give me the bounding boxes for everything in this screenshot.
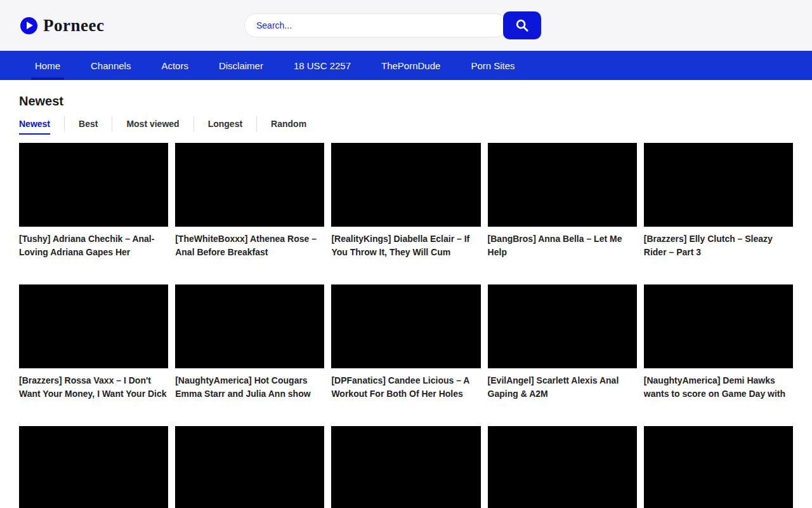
video-grid: [Tushy] Adriana Chechik – Anal-Loving Ad… xyxy=(19,143,793,508)
video-card[interactable]: [RealityKings] Diabella Eclair – If You … xyxy=(331,143,480,259)
video-title[interactable]: [Tushy] Adriana Chechik – Anal-Loving Ad… xyxy=(19,232,168,259)
video-thumbnail[interactable] xyxy=(175,426,324,508)
video-thumbnail[interactable] xyxy=(488,426,637,508)
tab-random-label: Random xyxy=(271,119,306,129)
video-title[interactable]: [BangBros] Anna Bella – Let Me Help xyxy=(488,232,637,259)
nav-item-actors[interactable]: Actors xyxy=(146,51,204,80)
nav-item-theporndude[interactable]: ThePornDude xyxy=(366,51,455,80)
video-title[interactable]: [RealityKings] Diabella Eclair – If You … xyxy=(331,232,480,259)
video-card[interactable]: [DPFanatics] Candee Licious – A Workout … xyxy=(331,284,480,401)
nav-item-porn-sites[interactable]: Porn Sites xyxy=(455,51,530,80)
search-input[interactable] xyxy=(244,13,508,37)
video-thumbnail[interactable] xyxy=(19,426,168,508)
video-thumbnail[interactable] xyxy=(644,143,793,227)
video-thumbnail[interactable] xyxy=(488,143,637,227)
video-title[interactable]: [TheWhiteBoxxx] Athenea Rose – Anal Befo… xyxy=(175,232,324,259)
video-thumbnail[interactable] xyxy=(331,284,480,368)
nav-item-disclaimer[interactable]: Disclaimer xyxy=(204,51,278,80)
tab-best-label: Best xyxy=(79,119,98,129)
play-logo-icon xyxy=(20,17,37,34)
brand-name: Porneec xyxy=(43,16,104,36)
video-card[interactable]: [BangBros] Anna Bella – Let Me Help xyxy=(488,143,637,259)
nav-item-home[interactable]: Home xyxy=(20,51,75,80)
video-card[interactable]: [Tushy] Adriana Chechik – Anal-Loving Ad… xyxy=(19,143,168,259)
tab-best[interactable]: Best xyxy=(64,116,112,131)
video-title[interactable]: [Brazzers] Rossa Vaxx – I Don't Want You… xyxy=(19,374,168,401)
tab-newest[interactable]: Newest xyxy=(19,116,64,131)
magnifier-icon xyxy=(515,18,529,32)
video-thumbnail[interactable] xyxy=(19,284,168,368)
video-card[interactable]: [EvilAngel] Scarlett Alexis Anal Gaping … xyxy=(488,284,637,401)
video-title[interactable]: [Brazzers] Elly Clutch – Sleazy Rider – … xyxy=(644,232,793,259)
video-title[interactable]: [NaughtyAmerica] Demi Hawks wants to sco… xyxy=(644,374,793,401)
video-card[interactable] xyxy=(175,426,324,508)
video-thumbnail[interactable] xyxy=(331,426,480,508)
video-thumbnail[interactable] xyxy=(488,284,637,368)
search-button[interactable] xyxy=(503,11,541,39)
video-thumbnail[interactable] xyxy=(331,143,480,227)
section-heading: Newest xyxy=(19,94,793,109)
video-thumbnail[interactable] xyxy=(644,426,793,508)
site-header: Porneec xyxy=(0,0,812,51)
video-card[interactable] xyxy=(488,426,637,508)
tab-newest-label: Newest xyxy=(19,119,50,135)
video-card[interactable] xyxy=(19,426,168,508)
nav-item-channels[interactable]: Channels xyxy=(75,51,146,80)
search-bar xyxy=(244,11,541,39)
video-card[interactable]: [Brazzers] Elly Clutch – Sleazy Rider – … xyxy=(644,143,793,259)
tab-longest-label: Longest xyxy=(208,119,242,129)
tab-most-viewed[interactable]: Most viewed xyxy=(112,116,193,131)
video-thumbnail[interactable] xyxy=(19,143,168,227)
video-title[interactable]: [NaughtyAmerica] Hot Cougars Emma Starr … xyxy=(175,374,324,401)
sort-tabs: Newest Best Most viewed Longest Random xyxy=(19,116,793,131)
main-nav: Home Channels Actors Disclaimer 18 USC 2… xyxy=(0,51,812,80)
video-card[interactable]: [NaughtyAmerica] Hot Cougars Emma Starr … xyxy=(175,284,324,401)
video-title[interactable]: [EvilAngel] Scarlett Alexis Anal Gaping … xyxy=(488,374,637,401)
video-card[interactable]: [Brazzers] Rossa Vaxx – I Don't Want You… xyxy=(19,284,168,401)
tab-random[interactable]: Random xyxy=(256,116,320,131)
video-title[interactable]: [DPFanatics] Candee Licious – A Workout … xyxy=(331,374,480,401)
video-thumbnail[interactable] xyxy=(175,143,324,227)
video-card[interactable] xyxy=(644,426,793,508)
tab-most-viewed-label: Most viewed xyxy=(126,119,179,129)
video-thumbnail[interactable] xyxy=(175,284,324,368)
video-thumbnail[interactable] xyxy=(644,284,793,368)
tab-longest[interactable]: Longest xyxy=(193,116,256,131)
nav-item-18usc2257[interactable]: 18 USC 2257 xyxy=(278,51,366,80)
main-content: Newest Newest Best Most viewed Longest R… xyxy=(0,94,812,508)
video-card[interactable]: [TheWhiteBoxxx] Athenea Rose – Anal Befo… xyxy=(175,143,324,259)
video-card[interactable] xyxy=(331,426,480,508)
video-card[interactable]: [NaughtyAmerica] Demi Hawks wants to sco… xyxy=(644,284,793,401)
site-logo[interactable]: Porneec xyxy=(20,16,104,36)
